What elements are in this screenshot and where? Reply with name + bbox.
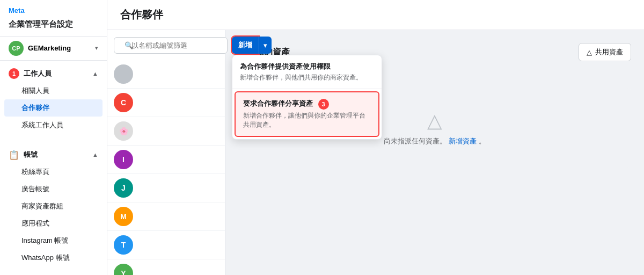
add-button-dropdown-toggle[interactable]: ▾ (259, 37, 272, 54)
content-area: 🔍 新增 ▾ 為合作夥伴提供資產使用權限 新增合作夥伴，與他們共用你的商家資產。 (107, 30, 644, 275)
section-label-account: 帳號 (24, 150, 38, 160)
avatar: J (114, 178, 133, 198)
section-staff: 1 工作人員 ▲ 相關人員 合作夥伴 系統工作人員 (0, 61, 107, 138)
list-item[interactable]: C (107, 89, 225, 117)
dropdown-item-provide-assets[interactable]: 為合作夥伴提供資產使用權限 新增合作夥伴，與他們共用你的商家資產。 (232, 55, 382, 89)
sidebar-item-merchant-group[interactable]: 商家資產群組 (0, 198, 107, 215)
partner-list: 🔍 新增 ▾ 為合作夥伴提供資產使用權限 新增合作夥伴，與他們共用你的商家資產。 (107, 30, 225, 275)
avatar-list: C 🌸 I J M T Y (107, 60, 225, 275)
sidebar-title: 企業管理平台設定 (9, 19, 98, 30)
account-selector[interactable]: CP GEMarketing ▾ (0, 37, 107, 61)
dropdown-item-request-title: 要求合作夥伴分享資產 3 (243, 99, 371, 110)
avatar: Y (114, 264, 133, 275)
meta-logo: Meta (9, 6, 98, 15)
dropdown-item-provide-title: 為合作夥伴提供資產使用權限 (240, 62, 374, 71)
list-item[interactable]: T (107, 231, 225, 259)
list-item[interactable]: Y (107, 259, 225, 275)
step-badge-3: 3 (318, 99, 329, 110)
section-account: 📋 帳號 ▲ 粉絲專頁 廣告帳號 商家資產群組 應用程式 Instagram 帳… (0, 142, 107, 271)
avatar: CP (9, 41, 24, 56)
avatar: M (114, 207, 133, 226)
sidebar-item-partner[interactable]: 合作夥伴 (4, 99, 103, 117)
main-content: 合作夥伴 🔍 新增 ▾ 為合作夥伴提供資產使用權限 新增合作夥伴，與他們共用你的… (107, 0, 644, 275)
empty-text: 尚未指派任何資產。 新增資產 。 (384, 136, 485, 146)
chevron-up-icon-account: ▲ (92, 151, 98, 158)
list-item[interactable]: M (107, 202, 225, 231)
sidebar-item-instagram[interactable]: Instagram 帳號 (0, 232, 107, 249)
share-assets-button[interactable]: △ 共用資產 (579, 43, 631, 61)
list-item[interactable]: I (107, 146, 225, 174)
section-header-account[interactable]: 📋 帳號 ▲ (0, 147, 107, 163)
dropdown-item-request-desc: 新增合作夥伴，讓他們與你的企業管理平台共用資產。 (243, 111, 371, 129)
list-item[interactable]: 🌸 (107, 117, 225, 146)
dropdown-item-provide-desc: 新增合作夥伴，與他們共用你的商家資產。 (240, 73, 374, 82)
list-item[interactable]: J (107, 174, 225, 202)
account-section-icon: 📋 (9, 150, 19, 160)
avatar: I (114, 150, 133, 169)
sidebar-item-related-people[interactable]: 相關人員 (0, 82, 107, 99)
dropdown-menu: 為合作夥伴提供資產使用權限 新增合作夥伴，與他們共用你的商家資產。 要求合作夥伴… (232, 55, 382, 140)
sidebar-item-system-worker[interactable]: 系統工作人員 (0, 117, 107, 134)
sidebar: Meta 企業管理平台設定 CP GEMarketing ▾ 1 工作人員 ▲ … (0, 0, 107, 275)
step-badge-staff: 1 (9, 68, 19, 79)
meta-logo-icon: Meta (9, 6, 25, 15)
share-assets-label: 共用資產 (595, 47, 623, 57)
add-button[interactable]: 新增 (232, 37, 259, 54)
avatar: T (114, 235, 133, 255)
avatar: 🌸 (114, 121, 133, 141)
dropdown-divider (232, 89, 382, 89)
search-area: 🔍 新增 ▾ 為合作夥伴提供資產使用權限 新增合作夥伴，與他們共用你的商家資產。 (107, 30, 225, 60)
section-label-staff: 工作人員 (24, 69, 52, 78)
page-title: 合作夥伴 (120, 8, 631, 22)
sidebar-header: Meta 企業管理平台設定 (0, 0, 107, 37)
main-header: 合作夥伴 (107, 0, 644, 30)
section-header-staff[interactable]: 1 工作人員 ▲ (0, 65, 107, 82)
share-icon: △ (587, 48, 592, 56)
search-icon: 🔍 (125, 41, 133, 49)
chevron-up-icon: ▲ (92, 70, 98, 77)
add-btn-wrap: 新增 ▾ 為合作夥伴提供資產使用權限 新增合作夥伴，與他們共用你的商家資產。 要… (232, 37, 272, 54)
avatar: C (114, 93, 133, 112)
sidebar-item-fan-page[interactable]: 粉絲專頁 (0, 163, 107, 180)
search-wrapper: 🔍 (114, 37, 228, 54)
dropdown-item-request-share[interactable]: 要求合作夥伴分享資產 3 新增合作夥伴，讓他們與你的企業管理平台共用資產。 (235, 91, 379, 137)
account-name: GEMarketing (28, 44, 91, 52)
chevron-down-icon: ▾ (95, 45, 98, 52)
sidebar-item-ad-account[interactable]: 廣告帳號 (0, 180, 107, 198)
sidebar-item-app[interactable]: 應用程式 (0, 215, 107, 232)
avatar (114, 64, 133, 84)
list-item[interactable] (107, 60, 225, 89)
add-assets-link[interactable]: 新增資產 (449, 137, 477, 145)
sidebar-item-whatsapp[interactable]: WhatsApp 帳號 (0, 249, 107, 266)
empty-icon: △ (427, 110, 442, 132)
